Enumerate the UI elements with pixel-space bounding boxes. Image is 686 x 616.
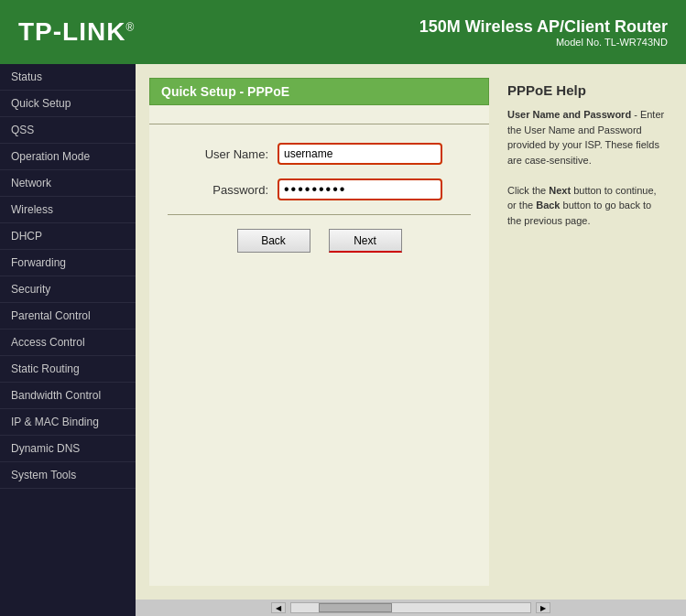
sidebar-item-static-routing[interactable]: Static Routing — [0, 356, 136, 383]
scrollbar-area: ◀ ▶ — [136, 600, 686, 616]
sidebar-item-security[interactable]: Security — [0, 276, 136, 303]
sidebar-item-bandwidth-control[interactable]: Bandwidth Control — [0, 383, 136, 409]
help-title: PPPoE Help — [507, 82, 668, 98]
sidebar: Status Quick Setup QSS Operation Mode Ne… — [0, 64, 136, 616]
sidebar-item-dhcp[interactable]: DHCP — [0, 223, 136, 250]
button-row: Back Next — [149, 229, 489, 253]
sidebar-item-ip-mac-binding[interactable]: IP & MAC Binding — [0, 409, 136, 436]
header-title: 150M Wireless AP/Client Router Model No.… — [419, 17, 668, 48]
help-panel: PPPoE Help User Name and Password - Ente… — [503, 78, 672, 586]
back-button[interactable]: Back — [237, 229, 310, 253]
main-layout: Status Quick Setup QSS Operation Mode Ne… — [0, 64, 686, 616]
scroll-thumb[interactable] — [319, 603, 392, 612]
top-divider — [149, 124, 489, 124]
logo: TP-LINK® — [18, 17, 135, 47]
password-row: Password: — [149, 178, 489, 200]
password-input[interactable] — [278, 178, 442, 200]
sidebar-item-quick-setup[interactable]: Quick Setup — [0, 91, 136, 117]
sidebar-item-parental-control[interactable]: Parental Control — [0, 303, 136, 330]
sidebar-item-system-tools[interactable]: System Tools — [0, 462, 136, 489]
next-button[interactable]: Next — [329, 229, 402, 253]
sidebar-item-wireless[interactable]: Wireless — [0, 197, 136, 223]
password-label: Password: — [168, 183, 278, 197]
scroll-track[interactable] — [290, 602, 531, 613]
form-panel: Quick Setup - PPPoE User Name: Password:… — [149, 78, 489, 586]
username-input[interactable] — [278, 143, 442, 165]
scroll-left-arrow[interactable]: ◀ — [271, 602, 286, 613]
sidebar-item-dynamic-dns[interactable]: Dynamic DNS — [0, 436, 136, 462]
sidebar-item-network[interactable]: Network — [0, 170, 136, 197]
content-area: Quick Setup - PPPoE User Name: Password:… — [136, 64, 686, 616]
sidebar-item-access-control[interactable]: Access Control — [0, 330, 136, 356]
form-title: Quick Setup - PPPoE — [149, 78, 489, 105]
sidebar-item-forwarding[interactable]: Forwarding — [0, 250, 136, 276]
sidebar-item-qss[interactable]: QSS — [0, 117, 136, 144]
header: TP-LINK® 150M Wireless AP/Client Router … — [0, 0, 686, 64]
username-row: User Name: — [149, 143, 489, 165]
sidebar-item-operation-mode[interactable]: Operation Mode — [0, 144, 136, 170]
username-label: User Name: — [168, 147, 278, 161]
model-number: Model No. TL-WR743ND — [419, 37, 668, 48]
product-name: 150M Wireless AP/Client Router — [419, 17, 668, 37]
sidebar-item-status[interactable]: Status — [0, 64, 136, 91]
content-inner: Quick Setup - PPPoE User Name: Password:… — [136, 64, 686, 600]
bottom-divider — [168, 214, 471, 215]
scroll-right-arrow[interactable]: ▶ — [536, 602, 550, 613]
help-text: User Name and Password - Enter the User … — [507, 107, 668, 228]
